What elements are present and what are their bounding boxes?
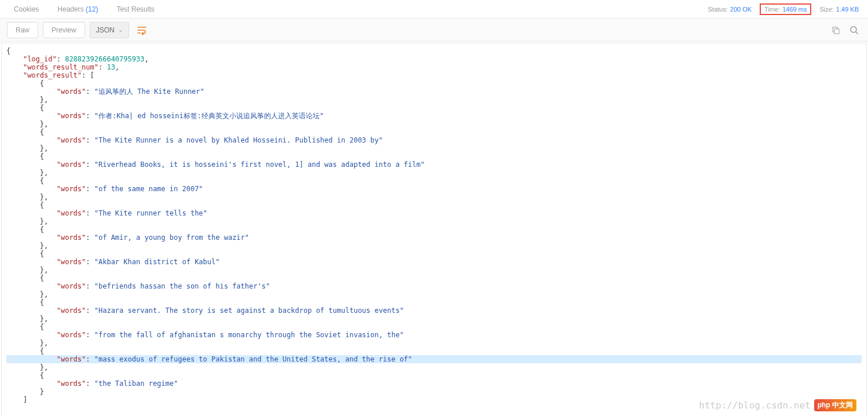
size-value: 1.49 KB bbox=[836, 6, 859, 13]
time-value: 1469 ms bbox=[782, 6, 807, 13]
tabs: Cookies Headers (12) Test Results bbox=[5, 1, 708, 18]
watermark: http://blog.csdn.net php 中文网 bbox=[699, 399, 856, 411]
tab-headers-count: (12) bbox=[86, 5, 98, 13]
svg-rect-1 bbox=[834, 29, 839, 34]
tab-headers[interactable]: Headers (12) bbox=[48, 1, 107, 18]
format-label: JSON bbox=[96, 26, 115, 34]
format-dropdown[interactable]: JSON ⌄ bbox=[90, 22, 129, 38]
copy-icon[interactable] bbox=[829, 23, 843, 37]
raw-button[interactable]: Raw bbox=[7, 22, 38, 38]
tab-test-results[interactable]: Test Results bbox=[107, 1, 163, 18]
response-time: Time: 1469 ms bbox=[760, 3, 811, 15]
status-bar: Status: 200 OK Time: 1469 ms Size: 1.49 … bbox=[708, 3, 863, 15]
tab-headers-label: Headers bbox=[57, 5, 83, 13]
search-icon[interactable] bbox=[847, 23, 861, 37]
status-code: Status: 200 OK bbox=[708, 6, 752, 13]
watermark-url: http://blog.csdn.net bbox=[699, 400, 811, 411]
chevron-down-icon: ⌄ bbox=[118, 27, 123, 33]
watermark-badge: php 中文网 bbox=[814, 399, 856, 411]
svg-point-2 bbox=[851, 27, 856, 32]
preview-button[interactable]: Preview bbox=[43, 22, 85, 38]
response-header: Cookies Headers (12) Test Results Status… bbox=[0, 0, 868, 19]
status-label: Status: bbox=[708, 6, 728, 13]
tab-cookies[interactable]: Cookies bbox=[5, 1, 48, 18]
size-label: Size: bbox=[819, 6, 833, 13]
svg-line-3 bbox=[856, 32, 858, 34]
time-label: Time: bbox=[764, 6, 780, 13]
json-response-body[interactable]: { "log_id": 8288239266640795933, "words_… bbox=[1, 43, 867, 416]
response-size: Size: 1.49 KB bbox=[819, 6, 859, 13]
status-value: 200 OK bbox=[730, 6, 752, 13]
body-toolbar: Raw Preview JSON ⌄ bbox=[0, 19, 868, 42]
wrap-toggle-icon[interactable] bbox=[134, 22, 150, 38]
